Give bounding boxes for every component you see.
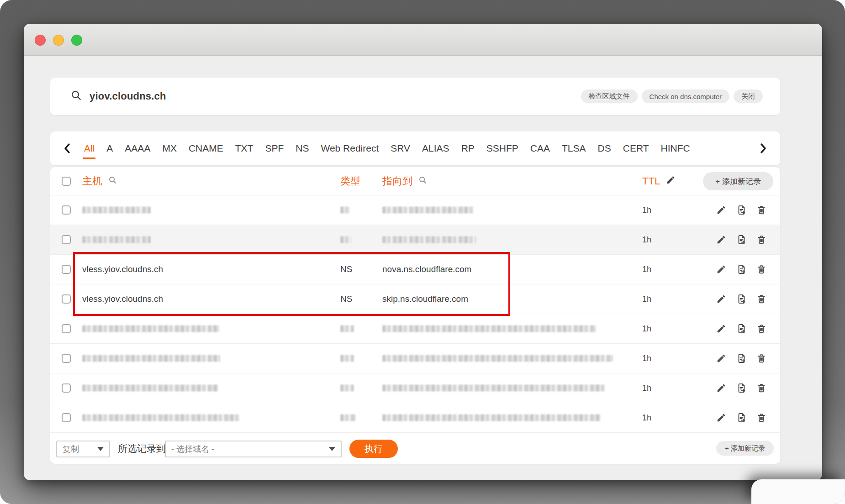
execute-button[interactable]: 执行 <box>349 440 398 458</box>
record-type <box>340 415 356 421</box>
tab-rp[interactable]: RP <box>461 143 475 154</box>
tab-list: AllAAAAAMXCNAMETXTSPFNSWeb RedirectSRVAL… <box>50 131 780 165</box>
edit-record-pencil-icon[interactable] <box>716 353 727 364</box>
target-domain-select[interactable]: - 选择域名 - <box>165 441 342 457</box>
row-actions <box>716 264 767 275</box>
record-ttl: 1h <box>642 294 651 304</box>
row-checkbox[interactable] <box>62 413 71 422</box>
tab-a[interactable]: A <box>106 143 113 154</box>
row-checkbox[interactable] <box>62 205 71 215</box>
app-window: yiov.cloudns.ch 检查区域文件 Check on dns.comp… <box>24 24 822 480</box>
add-new-record-button[interactable]: + 添加新记录 <box>703 172 773 190</box>
delete-record-trash-icon[interactable] <box>756 353 767 364</box>
copy-record-icon[interactable] <box>736 234 747 245</box>
row-actions <box>716 294 767 304</box>
close-zone-button[interactable]: 关闭 <box>734 89 763 103</box>
row-checkbox[interactable] <box>62 383 71 393</box>
dropdown-caret-icon <box>97 447 104 451</box>
redacted-text <box>340 207 350 214</box>
tabs-scroll-right-icon[interactable] <box>758 142 768 154</box>
tab-ns[interactable]: NS <box>296 143 309 154</box>
check-on-dns-computer-button[interactable]: Check on dns.computer <box>642 89 729 103</box>
redacted-text <box>382 236 476 243</box>
copy-record-icon[interactable] <box>736 264 747 275</box>
redacted-text <box>82 207 151 214</box>
delete-record-trash-icon[interactable] <box>756 294 767 304</box>
row-checkbox[interactable] <box>62 354 71 363</box>
tab-txt[interactable]: TXT <box>235 143 254 154</box>
record-value <box>382 385 605 392</box>
record-value: nova.ns.cloudflare.com <box>382 264 471 274</box>
tab-all[interactable]: All <box>84 143 95 154</box>
bulk-action-select[interactable]: 复制 <box>56 441 110 457</box>
delete-record-trash-icon[interactable] <box>756 264 767 275</box>
table-header-row: 主机 类型 指向到 TTL <box>50 167 780 195</box>
row-actions <box>716 353 767 364</box>
table-row-highlighted: vless.yiov.cloudns.chNSskip.ns.cloudflar… <box>50 284 780 314</box>
edit-record-pencil-icon[interactable] <box>716 264 727 275</box>
minimize-window-button[interactable] <box>53 35 64 46</box>
table-row: 1h <box>50 403 780 433</box>
delete-record-trash-icon[interactable] <box>756 323 767 334</box>
zoom-window-button[interactable] <box>71 35 82 46</box>
overlapping-window-corner <box>751 479 845 504</box>
dropdown-caret-icon <box>329 447 335 451</box>
tab-web-redirect[interactable]: Web Redirect <box>321 143 379 154</box>
tab-hinfc[interactable]: HINFC <box>661 143 690 154</box>
redacted-text <box>82 385 218 392</box>
tab-cert[interactable]: CERT <box>623 143 649 154</box>
tab-cname[interactable]: CNAME <box>189 143 223 154</box>
redacted-text <box>340 355 354 362</box>
tab-ds[interactable]: DS <box>598 143 611 154</box>
row-checkbox[interactable] <box>62 324 71 333</box>
copy-record-icon[interactable] <box>736 412 747 423</box>
row-checkbox[interactable] <box>62 294 71 304</box>
tab-aaaa[interactable]: AAAA <box>125 143 150 154</box>
tab-spf[interactable]: SPF <box>265 143 284 154</box>
host-search-icon[interactable] <box>108 175 117 187</box>
window-titlebar <box>24 24 822 56</box>
table-row-highlighted: vless.yiov.cloudns.chNSnova.ns.cloudflar… <box>50 255 780 284</box>
row-checkbox[interactable] <box>62 235 71 244</box>
tab-mx[interactable]: MX <box>162 143 177 154</box>
record-type <box>340 236 351 243</box>
redacted-text <box>382 207 474 214</box>
redacted-text <box>382 415 601 421</box>
record-ttl: 1h <box>642 205 651 215</box>
add-new-record-footer-button[interactable]: + 添加新记录 <box>716 441 774 456</box>
close-window-button[interactable] <box>35 35 46 46</box>
record-type: NS <box>340 264 352 274</box>
tab-alias[interactable]: ALIAS <box>422 143 449 154</box>
copy-record-icon[interactable] <box>736 205 747 215</box>
record-ttl: 1h <box>642 235 651 245</box>
zone-search-input[interactable]: yiov.cloudns.ch <box>90 90 166 102</box>
ttl-edit-pencil-icon[interactable] <box>666 175 676 187</box>
delete-record-trash-icon[interactable] <box>756 383 767 394</box>
tab-tlsa[interactable]: TLSA <box>562 143 586 154</box>
tab-sshfp[interactable]: SSHFP <box>486 143 518 154</box>
record-type <box>340 326 354 332</box>
copy-record-icon[interactable] <box>736 294 747 304</box>
edit-record-pencil-icon[interactable] <box>716 323 727 334</box>
edit-record-pencil-icon[interactable] <box>716 234 727 245</box>
copy-record-icon[interactable] <box>736 383 747 394</box>
edit-record-pencil-icon[interactable] <box>716 294 727 304</box>
edit-record-pencil-icon[interactable] <box>716 383 727 394</box>
delete-record-trash-icon[interactable] <box>756 412 767 423</box>
delete-record-trash-icon[interactable] <box>756 234 767 245</box>
delete-record-trash-icon[interactable] <box>756 205 767 215</box>
redacted-text <box>382 385 605 392</box>
record-host: vless.yiov.cloudns.ch <box>82 264 163 274</box>
row-checkbox[interactable] <box>62 265 71 274</box>
edit-record-pencil-icon[interactable] <box>716 205 727 215</box>
tabs-scroll-left-icon[interactable] <box>62 142 72 154</box>
points-to-search-icon[interactable] <box>418 175 427 187</box>
copy-record-icon[interactable] <box>736 353 747 364</box>
points-to-column-header: 指向到 <box>382 174 412 188</box>
check-zone-file-button[interactable]: 检查区域文件 <box>581 89 638 103</box>
edit-record-pencil-icon[interactable] <box>716 412 727 423</box>
select-all-checkbox[interactable] <box>62 177 71 186</box>
tab-srv[interactable]: SRV <box>391 143 410 154</box>
copy-record-icon[interactable] <box>736 323 747 334</box>
tab-caa[interactable]: CAA <box>530 143 550 154</box>
